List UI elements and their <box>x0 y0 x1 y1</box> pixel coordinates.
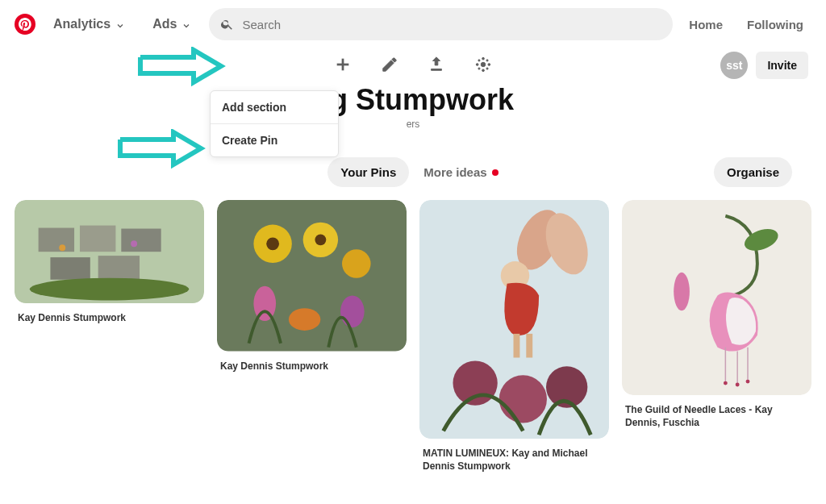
pin-card[interactable]: Kay Dennis Stumpwork <box>217 200 407 473</box>
search-input[interactable] <box>242 18 661 31</box>
tab-your-pins[interactable]: Your Pins <box>327 157 409 187</box>
pin-title: Kay Dennis Stumpwork <box>15 303 204 324</box>
ads-label: Ads <box>152 17 177 31</box>
svg-point-19 <box>131 240 137 247</box>
dropdown-add-section[interactable]: Add section <box>211 91 338 123</box>
svg-point-45 <box>736 383 740 387</box>
pin-image <box>419 200 609 439</box>
svg-point-18 <box>59 244 65 251</box>
svg-point-5 <box>476 64 478 66</box>
following-link[interactable]: Following <box>739 11 811 38</box>
svg-point-26 <box>253 286 276 321</box>
svg-rect-14 <box>121 229 161 252</box>
share-icon <box>428 56 445 73</box>
pins-grid: Kay Dennis Stumpwork Kay Dennis Stumpwor… <box>0 187 826 486</box>
tab-more-ideas[interactable]: More ideas <box>423 165 498 179</box>
svg-point-6 <box>488 64 490 66</box>
svg-point-4 <box>482 69 485 72</box>
svg-point-10 <box>486 68 488 69</box>
avatar[interactable]: sst <box>720 52 748 79</box>
svg-rect-13 <box>80 226 115 252</box>
header: Analytics Ads Home Following <box>0 0 826 45</box>
svg-rect-16 <box>98 256 140 280</box>
svg-point-40 <box>674 273 690 310</box>
edit-button[interactable] <box>378 52 402 77</box>
pin-title: Kay Dennis Stumpwork <box>217 352 407 373</box>
svg-point-46 <box>746 380 750 384</box>
add-dropdown: Add section Create Pin <box>210 90 339 157</box>
svg-rect-33 <box>514 334 520 358</box>
add-button[interactable] <box>331 52 355 77</box>
svg-point-25 <box>342 249 371 278</box>
svg-rect-15 <box>50 257 90 280</box>
pin-card[interactable]: The Guild of Needle Laces - Kay Dennis, … <box>622 200 811 473</box>
pin-image <box>622 200 811 395</box>
svg-point-17 <box>30 278 189 301</box>
svg-rect-12 <box>39 228 74 252</box>
analytics-label: Analytics <box>53 17 111 31</box>
svg-point-28 <box>340 295 365 327</box>
annotation-arrow-top <box>137 47 226 90</box>
more-ideas-label: More ideas <box>423 165 486 179</box>
plus-icon <box>334 56 352 73</box>
home-link[interactable]: Home <box>681 11 731 38</box>
board-subtitle: ers <box>15 119 811 130</box>
board-toolbar <box>15 52 811 77</box>
search-icon <box>220 17 234 31</box>
pin-image <box>217 200 407 352</box>
svg-point-35 <box>453 360 497 405</box>
collaborators: sst Invite <box>720 52 808 79</box>
svg-point-2 <box>481 62 486 67</box>
more-button[interactable] <box>471 52 495 77</box>
svg-point-22 <box>266 237 279 250</box>
annotation-arrow-bottom <box>117 129 206 173</box>
svg-rect-34 <box>526 334 532 358</box>
svg-point-8 <box>486 60 488 61</box>
organise-button[interactable]: Organise <box>714 157 792 187</box>
ads-menu[interactable]: Ads <box>143 10 201 38</box>
svg-point-27 <box>289 308 320 331</box>
svg-point-36 <box>499 375 547 423</box>
chevron-down-icon <box>181 19 191 29</box>
pin-card[interactable]: Kay Dennis Stumpwork <box>15 200 204 473</box>
invite-button[interactable]: Invite <box>756 52 808 79</box>
board-title: ng Stumpwork <box>15 83 811 117</box>
pinterest-logo[interactable] <box>15 14 35 35</box>
pin-title: The Guild of Needle Laces - Kay Dennis, … <box>622 395 811 429</box>
chevron-down-icon <box>115 19 125 29</box>
dropdown-create-pin[interactable]: Create Pin <box>211 123 338 156</box>
arrow-icon <box>137 47 226 87</box>
pencil-icon <box>381 56 398 73</box>
pin-image <box>15 200 204 303</box>
svg-point-44 <box>724 381 728 385</box>
pin-card[interactable]: MATIN LUMINEUX: Kay and Michael Dennis S… <box>419 200 609 473</box>
svg-point-7 <box>478 60 480 61</box>
analytics-menu[interactable]: Analytics <box>44 10 135 38</box>
sparkle-icon <box>474 56 492 73</box>
svg-point-3 <box>482 57 485 60</box>
search-bar[interactable] <box>209 8 673 40</box>
pin-title: MATIN LUMINEUX: Kay and Michael Dennis S… <box>419 439 609 473</box>
pinterest-icon <box>19 18 31 31</box>
notification-dot-icon <box>492 169 499 176</box>
share-button[interactable] <box>424 52 448 77</box>
arrow-icon <box>117 129 206 169</box>
svg-point-24 <box>315 234 326 245</box>
svg-point-9 <box>478 68 480 69</box>
